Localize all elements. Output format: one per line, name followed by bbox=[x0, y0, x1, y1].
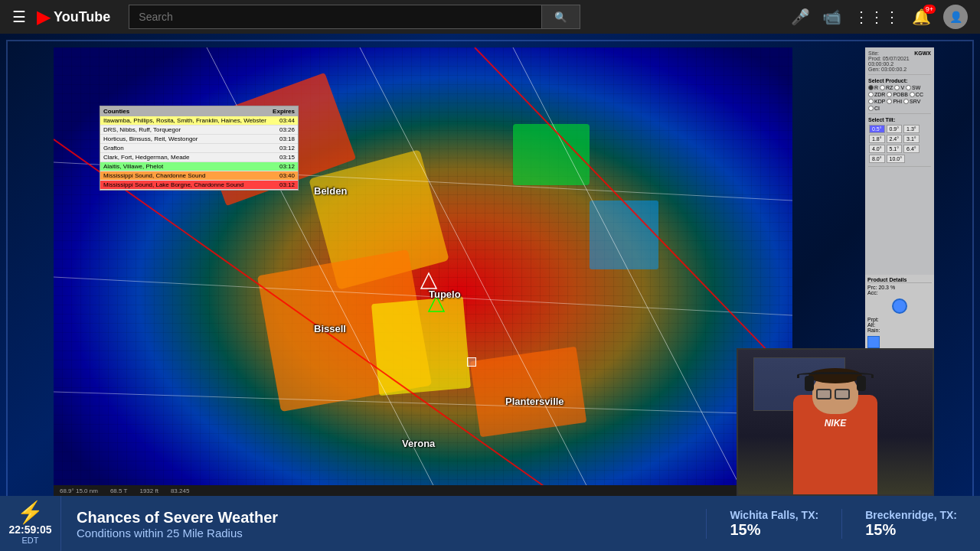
product-dot-icon bbox=[892, 298, 907, 314]
alt-row: Alt: bbox=[867, 322, 932, 328]
create-icon[interactable]: 📹 bbox=[822, 8, 841, 26]
status-temp: 68.5 T bbox=[110, 487, 128, 494]
youtube-logo[interactable]: ▶ YouTube bbox=[37, 6, 110, 28]
radar-patch-7 bbox=[590, 201, 658, 269]
mic-icon[interactable]: 🎤 bbox=[791, 8, 810, 26]
breckenridge-value: 15% bbox=[865, 521, 957, 539]
person-glasses bbox=[816, 389, 850, 399]
county-dropdown-header: Counties Expires bbox=[100, 106, 298, 116]
product-srv[interactable]: SRV bbox=[903, 99, 920, 104]
rain-row: Rain: bbox=[867, 328, 932, 333]
tilt-24[interactable]: 2.4° bbox=[887, 135, 903, 143]
product-zdr[interactable]: ZDR bbox=[868, 92, 885, 97]
tilt-09[interactable]: 0.9° bbox=[887, 125, 903, 133]
location-alerts-section: Wichita Falls, TX: 15% Breckenridge, TX:… bbox=[706, 509, 980, 539]
county-row-5[interactable]: Clark, Fort, Hedgerman, Meade03:15 bbox=[100, 153, 298, 162]
youtube-text: YouTube bbox=[54, 9, 110, 25]
person-body: NIKE bbox=[786, 372, 885, 494]
select-tilt-section: Select Tilt: 0.5° 0.9° 1.3° 1.8° 2.4° 3.… bbox=[868, 117, 931, 167]
main-message-section: Chances of Severe Weather Conditions wit… bbox=[61, 508, 706, 540]
tilt-buttons: 0.5° 0.9° 1.3° 1.8° 2.4° 3.1° 4.0° 5.1° … bbox=[868, 124, 931, 164]
search-bar: 🔍 bbox=[129, 5, 580, 29]
tilt-51[interactable]: 5.1° bbox=[887, 145, 903, 153]
blue-icon bbox=[867, 336, 880, 348]
product-cc[interactable]: CC bbox=[910, 92, 923, 97]
youtube-header: ☰ ▶ YouTube 🔍 🎤 📹 ⋮⋮⋮ 🔔 9+ 👤 bbox=[0, 0, 980, 34]
prpt-row: Prpt: bbox=[867, 317, 932, 322]
lightning-bolt-icon: ⚡ bbox=[17, 502, 44, 523]
county-row-7[interactable]: Mississippi Sound, Chardonne Sound03:40 bbox=[100, 171, 298, 181]
prc-row: Prc: 20.3 % bbox=[867, 285, 932, 290]
radar-patch-4 bbox=[371, 296, 471, 396]
youtube-icon: ▶ bbox=[37, 6, 51, 28]
status-altitude: 1932 ft bbox=[139, 487, 158, 494]
select-product-section: Select Product: R RZ V SW ZDR POBB CC KD… bbox=[868, 78, 931, 114]
prc-value: 20.3 % bbox=[878, 285, 895, 290]
county-row-6[interactable]: Alaitis, Villawe, Phelot03:12 bbox=[100, 162, 298, 171]
county-row-1[interactable]: Itawamba, Phillips, Rosita, Smith, Frank… bbox=[100, 116, 298, 126]
county-row-3[interactable]: Horticus, Binsuss, Reit, Westongor03:18 bbox=[100, 135, 298, 144]
webcam-person: NIKE bbox=[738, 350, 933, 494]
radar-patch-5 bbox=[513, 124, 590, 185]
headphone-band bbox=[797, 372, 874, 378]
acc-row: Acc: bbox=[867, 290, 932, 295]
main-message-subtitle: Conditions within 25 Mile Radius bbox=[77, 527, 691, 540]
product-pobb[interactable]: POBB bbox=[887, 92, 907, 97]
tilt-18[interactable]: 1.8° bbox=[869, 135, 885, 143]
site-label: Site: bbox=[868, 51, 879, 56]
headphone-left bbox=[805, 376, 814, 391]
main-content: NRDT SR ZDR CC RPH KDR DRFVTO Algorithms… bbox=[0, 34, 980, 551]
site-value: KGWX bbox=[914, 51, 931, 56]
radar-patch-6 bbox=[470, 347, 587, 438]
product-rz[interactable]: RZ bbox=[880, 85, 893, 90]
county-row-2[interactable]: DRS, Nibbs, Ruff, Torquegor03:26 bbox=[100, 126, 298, 135]
select-tilt-title: Select Tilt: bbox=[868, 117, 931, 122]
status-extra: 83.245 bbox=[171, 487, 189, 494]
product-r[interactable]: R bbox=[868, 85, 878, 90]
product-ci[interactable]: CI bbox=[868, 106, 880, 111]
nike-logo-text: NIKE bbox=[825, 418, 847, 429]
tilt-64[interactable]: 6.4° bbox=[903, 145, 920, 153]
location-breckenridge: Breckenridge, TX: 15% bbox=[841, 509, 980, 539]
county-row-4[interactable]: Grafton03:12 bbox=[100, 144, 298, 153]
map-cursor bbox=[467, 357, 476, 367]
tilt-40[interactable]: 4.0° bbox=[869, 145, 885, 153]
headphone-right bbox=[857, 376, 866, 391]
select-product-title: Select Product: bbox=[868, 78, 931, 83]
site-info: Site: KGWX Prod: 05/07/2021 03:00:00.2 G… bbox=[868, 51, 931, 75]
notification-bell[interactable]: 🔔 9+ bbox=[912, 8, 931, 26]
webcam-overlay: NIKE bbox=[737, 348, 934, 496]
search-button[interactable]: 🔍 bbox=[541, 5, 580, 29]
search-input[interactable] bbox=[129, 5, 541, 29]
product-phi[interactable]: PHI bbox=[887, 99, 902, 104]
tilt-13[interactable]: 1.3° bbox=[903, 125, 920, 133]
timezone-value: EDT bbox=[22, 536, 39, 545]
product-sw[interactable]: SW bbox=[906, 85, 920, 90]
apps-icon[interactable]: ⋮⋮⋮ bbox=[854, 8, 900, 26]
counties-label: Counties bbox=[103, 108, 129, 115]
menu-icon[interactable]: ☰ bbox=[12, 8, 26, 26]
tilt-80[interactable]: 8.0° bbox=[869, 155, 885, 163]
time-display-section: ⚡ 22:59:05 EDT bbox=[0, 496, 61, 551]
product-detail-title: Product Details bbox=[867, 277, 932, 283]
gen-time: Gen: 03:00:00.2 bbox=[868, 67, 931, 72]
county-dropdown: Counties Expires Itawamba, Phillips, Ros… bbox=[100, 106, 299, 191]
wichita-falls-label: Wichita Falls, TX: bbox=[730, 509, 818, 521]
county-row-8[interactable]: Mississippi Sound, Lake Borgne, Chardonn… bbox=[100, 181, 298, 190]
tilt-100[interactable]: 10.0° bbox=[887, 155, 905, 163]
location-wichita-falls: Wichita Falls, TX: 15% bbox=[706, 509, 841, 539]
header-icons: 🎤 📹 ⋮⋮⋮ 🔔 9+ 👤 bbox=[791, 5, 968, 29]
product-v[interactable]: V bbox=[894, 85, 904, 90]
tilt-05[interactable]: 0.5° bbox=[869, 125, 885, 133]
tilt-31[interactable]: 3.1° bbox=[903, 135, 920, 143]
person-head bbox=[812, 372, 858, 414]
product-kdp[interactable]: KDP bbox=[868, 99, 885, 104]
notification-count: 9+ bbox=[923, 5, 936, 14]
prod-date: Prod: 05/07/2021 03:00:00.2 bbox=[868, 56, 931, 67]
avatar[interactable]: 👤 bbox=[943, 5, 968, 29]
product-radio-group: R RZ V SW ZDR POBB CC KDP PHI SRV CI bbox=[868, 85, 931, 111]
bottom-bar: ⚡ 22:59:05 EDT Chances of Severe Weather… bbox=[0, 496, 980, 551]
product-icon-row bbox=[867, 298, 932, 314]
time-value: 22:59:05 bbox=[8, 523, 51, 536]
main-message-title: Chances of Severe Weather bbox=[77, 508, 691, 527]
